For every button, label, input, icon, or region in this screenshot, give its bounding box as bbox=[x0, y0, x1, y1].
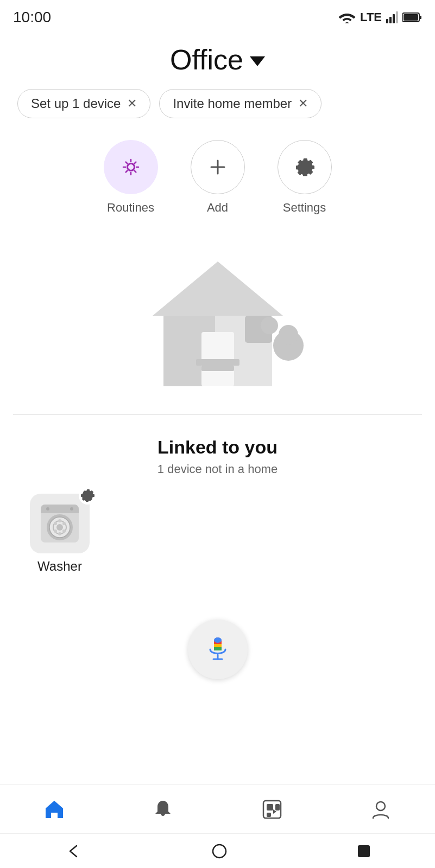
svg-point-34 bbox=[62, 529, 66, 533]
routines-button[interactable]: Routines bbox=[104, 140, 158, 215]
settings-button[interactable]: Settings bbox=[278, 140, 332, 215]
invite-chip-label: Invite home member bbox=[173, 96, 292, 111]
svg-rect-39 bbox=[214, 637, 222, 643]
chips-row: Set up 1 device ✕ Invite home member ✕ bbox=[0, 85, 435, 131]
actions-row: Routines Add Settings bbox=[0, 131, 435, 232]
add-circle bbox=[191, 140, 245, 194]
illustration-area bbox=[0, 232, 435, 414]
media-nav-icon bbox=[261, 799, 283, 820]
bottom-nav bbox=[0, 784, 435, 833]
svg-rect-0 bbox=[386, 19, 388, 23]
svg-rect-5 bbox=[419, 16, 421, 19]
account-nav-icon bbox=[370, 799, 392, 820]
nav-home[interactable] bbox=[43, 799, 65, 820]
washer-name: Washer bbox=[37, 559, 82, 574]
add-label: Add bbox=[207, 201, 228, 215]
svg-marker-12 bbox=[153, 261, 283, 316]
linked-title: Linked to you bbox=[22, 437, 413, 458]
home-title-text: Office bbox=[170, 43, 243, 76]
device-settings-icon bbox=[78, 486, 97, 508]
linked-section: Linked to you 1 device not in a home bbox=[0, 415, 435, 587]
svg-rect-40 bbox=[214, 644, 222, 647]
back-button[interactable] bbox=[65, 843, 82, 860]
setup-chip-label: Set up 1 device bbox=[31, 96, 121, 111]
nav-notifications[interactable] bbox=[152, 799, 174, 820]
svg-point-27 bbox=[70, 507, 73, 510]
home-title[interactable]: Office bbox=[170, 43, 265, 76]
invite-chip-close[interactable]: ✕ bbox=[298, 98, 308, 110]
svg-rect-45 bbox=[267, 804, 273, 810]
svg-point-37 bbox=[56, 524, 63, 531]
svg-rect-17 bbox=[196, 359, 239, 366]
svg-rect-50 bbox=[358, 845, 370, 857]
svg-rect-18 bbox=[201, 366, 234, 371]
svg-point-35 bbox=[58, 519, 61, 522]
routines-label: Routines bbox=[107, 201, 154, 215]
svg-rect-41 bbox=[214, 647, 222, 650]
nav-account[interactable] bbox=[370, 799, 392, 820]
add-icon bbox=[207, 156, 229, 178]
nav-media[interactable] bbox=[261, 799, 283, 820]
square-icon bbox=[357, 844, 371, 858]
voice-button[interactable] bbox=[188, 620, 248, 679]
settings-label: Settings bbox=[283, 201, 326, 215]
svg-point-26 bbox=[46, 507, 49, 510]
settings-circle bbox=[278, 140, 332, 194]
svg-point-48 bbox=[376, 802, 385, 810]
lte-label: LTE bbox=[360, 10, 382, 24]
back-icon bbox=[65, 843, 82, 860]
washer-device-card[interactable]: Washer bbox=[22, 494, 98, 574]
routines-icon bbox=[118, 154, 144, 180]
setup-chip[interactable]: Set up 1 device ✕ bbox=[17, 89, 150, 118]
svg-point-21 bbox=[261, 317, 278, 334]
chevron-down-icon bbox=[250, 56, 265, 66]
washer-icon-wrap bbox=[30, 494, 90, 553]
settings-icon bbox=[293, 155, 317, 179]
svg-point-33 bbox=[54, 529, 57, 533]
svg-point-32 bbox=[62, 522, 66, 525]
status-time: 10:00 bbox=[13, 9, 51, 26]
status-bar: 10:00 LTE bbox=[0, 0, 435, 30]
signal-icon bbox=[386, 11, 398, 23]
washer-icon bbox=[38, 502, 81, 545]
svg-point-49 bbox=[213, 845, 226, 858]
bell-nav-icon bbox=[152, 799, 174, 820]
invite-chip[interactable]: Invite home member ✕ bbox=[159, 89, 321, 118]
svg-rect-47 bbox=[267, 813, 271, 817]
recents-button[interactable] bbox=[357, 844, 371, 858]
system-nav bbox=[0, 833, 435, 868]
linked-subtitle: 1 device not in a home bbox=[22, 462, 413, 476]
svg-point-20 bbox=[279, 325, 298, 344]
svg-rect-3 bbox=[396, 11, 398, 23]
empty-home-illustration bbox=[125, 245, 310, 397]
routines-circle bbox=[104, 140, 158, 194]
status-icons: LTE bbox=[338, 10, 422, 24]
microphone-icon bbox=[204, 635, 232, 663]
svg-rect-6 bbox=[404, 14, 418, 21]
home-nav-icon bbox=[43, 799, 65, 820]
svg-point-36 bbox=[58, 532, 61, 535]
add-button[interactable]: Add bbox=[191, 140, 245, 215]
svg-rect-1 bbox=[389, 17, 392, 23]
battery-icon bbox=[402, 12, 422, 23]
circle-icon bbox=[211, 843, 228, 860]
svg-rect-2 bbox=[393, 14, 395, 23]
svg-rect-46 bbox=[275, 804, 280, 810]
home-circle-button[interactable] bbox=[211, 843, 228, 860]
svg-point-31 bbox=[54, 522, 57, 525]
svg-point-9 bbox=[128, 164, 134, 170]
wifi-icon bbox=[338, 11, 356, 23]
header[interactable]: Office bbox=[0, 30, 435, 85]
setup-chip-close[interactable]: ✕ bbox=[127, 98, 137, 110]
voice-area bbox=[0, 587, 435, 692]
